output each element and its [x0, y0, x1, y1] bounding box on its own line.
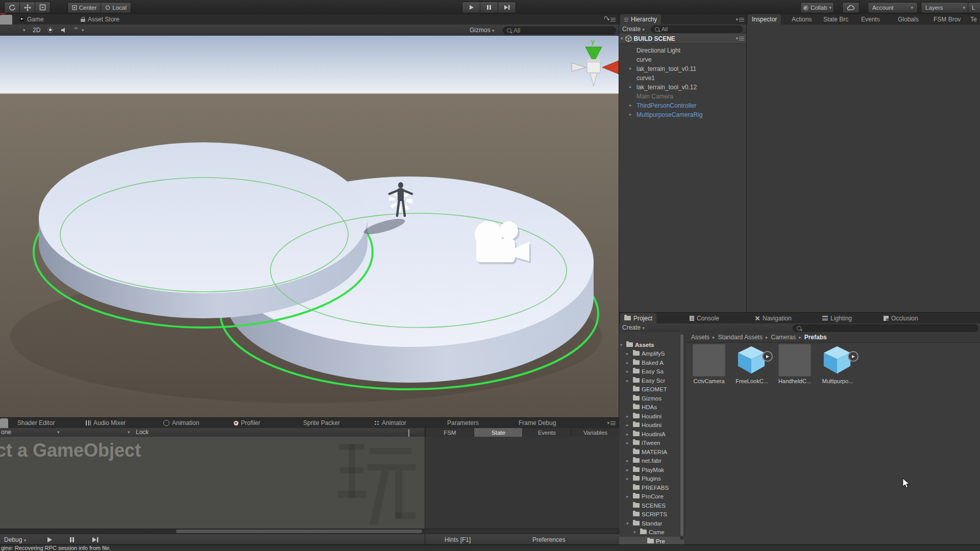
- tab-profiler[interactable]: Profiler: [230, 418, 264, 428]
- folder-row[interactable]: ▾Standar: [619, 519, 679, 528]
- breadcrumb-assets[interactable]: Assets: [691, 334, 709, 341]
- hierarchy-item[interactable]: ▸lak_terrain_tool_v0.11: [619, 64, 747, 73]
- tab-hierarchy[interactable]: Hierarchy: [620, 14, 661, 24]
- orientation-local-button[interactable]: Local: [101, 2, 131, 13]
- scene-tab-stub[interactable]: [0, 15, 12, 24]
- tab-project[interactable]: Project: [620, 313, 656, 323]
- tab-asset-store[interactable]: Asset Store: [77, 14, 124, 24]
- hints-button[interactable]: Hints [F1]: [445, 536, 471, 543]
- expand-arrow-icon[interactable]: ▸: [626, 494, 629, 499]
- project-search-input[interactable]: [793, 324, 978, 332]
- rect-tool-button[interactable]: [35, 2, 51, 13]
- tab-navigation[interactable]: Navigation: [751, 313, 796, 323]
- breadcrumb-standard-assets[interactable]: Standard Assets: [718, 334, 763, 341]
- hierarchy-item[interactable]: Directional Light: [619, 46, 747, 55]
- layout-button-partial[interactable]: L: [968, 2, 980, 13]
- scene-search-input[interactable]: All: [503, 27, 616, 34]
- tab-actions[interactable]: Actions: [788, 14, 816, 24]
- gizmos-dropdown[interactable]: Gizmos ▾: [470, 27, 495, 34]
- window-icon[interactable]: [408, 429, 409, 437]
- render-mode-caret-icon[interactable]: ▾: [23, 28, 26, 33]
- tab-templates-partial[interactable]: Te: [966, 14, 980, 24]
- hierarchy-item[interactable]: ▸lak_terrain_tool_v0.12: [619, 83, 747, 92]
- scene-expand-icon[interactable]: ▾: [621, 36, 623, 41]
- asset-cctvcamera[interactable]: CctvCamera: [689, 344, 729, 401]
- tab-variables[interactable]: Variables: [571, 428, 620, 437]
- collapse-arrow-icon[interactable]: ▾: [620, 342, 623, 347]
- bottom-tab-stub[interactable]: [0, 418, 8, 428]
- scene-header-menu-icon[interactable]: ▾: [736, 36, 744, 41]
- playmaker-canvas[interactable]: ct a GameObject: [0, 437, 425, 529]
- layers-button[interactable]: Layers ▾: [921, 2, 970, 13]
- fsm-selector-caret-icon[interactable]: ▾: [57, 430, 60, 435]
- lock-toggle[interactable]: Lock: [136, 429, 149, 436]
- tab-console[interactable]: Console: [685, 313, 723, 323]
- folder-row[interactable]: SCENES: [619, 501, 679, 510]
- expand-arrow-icon[interactable]: ▸: [629, 112, 632, 117]
- rotate-tool-button[interactable]: [4, 2, 20, 13]
- tree-scrollbar[interactable]: [680, 333, 684, 540]
- folder-row[interactable]: ▸HoudiniA: [619, 430, 679, 438]
- pivot-center-button[interactable]: Center: [67, 2, 101, 13]
- tab-state-browser[interactable]: State Brc: [819, 14, 852, 24]
- folder-row[interactable]: HDAs: [619, 403, 679, 411]
- breadcrumb-cameras[interactable]: Cameras: [771, 334, 796, 341]
- pause-button[interactable]: [480, 2, 498, 13]
- tab-inspector[interactable]: Inspector: [748, 14, 781, 24]
- asset-freelookcamera[interactable]: FreeLookC...: [732, 344, 772, 401]
- folder-row[interactable]: ▸net.fabr: [619, 456, 679, 465]
- tab-parameters[interactable]: Parameters: [443, 418, 483, 428]
- expand-arrow-icon[interactable]: ▸: [626, 467, 629, 472]
- fsm-selector-dropdown[interactable]: one: [1, 429, 11, 436]
- folder-row[interactable]: ▸iTween: [619, 438, 679, 447]
- tab-events[interactable]: Events: [857, 14, 884, 24]
- expand-arrow-icon[interactable]: ▸: [626, 414, 629, 419]
- debug-dropdown[interactable]: Debug ▾: [4, 536, 26, 543]
- tab-state[interactable]: State: [474, 428, 523, 437]
- breadcrumb-prefabs[interactable]: Prefabs: [804, 334, 827, 341]
- expand-arrow-icon[interactable]: ▸: [626, 458, 629, 463]
- expand-arrow-icon[interactable]: ▸: [629, 103, 632, 108]
- hierarchy-item[interactable]: Main Camera: [619, 92, 747, 101]
- step-button[interactable]: [498, 2, 516, 13]
- expand-arrow-icon[interactable]: ▸: [626, 432, 629, 437]
- folder-row[interactable]: MATERIA: [619, 447, 679, 456]
- hierarchy-item[interactable]: curve1: [619, 73, 747, 83]
- account-button[interactable]: Account ▾: [868, 2, 918, 13]
- folder-row[interactable]: ▸Easy Sa: [619, 367, 679, 375]
- expand-arrow-icon[interactable]: ▸: [629, 66, 632, 71]
- horizontal-scrollbar-thumb[interactable]: [176, 530, 422, 533]
- expand-arrow-icon[interactable]: ▸: [626, 369, 629, 374]
- pm-step-icon[interactable]: [92, 537, 99, 543]
- hierarchy-item[interactable]: ▸MultipurposeCameraRig: [619, 110, 747, 119]
- folder-row[interactable]: ▸AmplifyS: [619, 349, 679, 358]
- play-button[interactable]: [462, 2, 480, 13]
- hierarchy-item[interactable]: curve: [619, 55, 747, 64]
- pm-play-icon[interactable]: [47, 537, 53, 543]
- folder-row[interactable]: ▸PlayMak: [619, 465, 679, 474]
- scene-header-row[interactable]: ▾ BUILD SCENE ▾: [619, 34, 747, 44]
- hierarchy-panel-menu-icon[interactable]: ▾: [736, 17, 744, 22]
- asset-handheldcamera[interactable]: HandheldC...: [775, 344, 815, 401]
- tree-scrollbar-thumb[interactable]: [680, 334, 683, 536]
- expand-arrow-icon[interactable]: ▸: [626, 422, 629, 428]
- cloud-button[interactable]: [842, 2, 860, 13]
- tab-fsm-browser[interactable]: FSM Brov: [929, 14, 965, 24]
- preferences-button[interactable]: Preferences: [532, 536, 566, 543]
- tab-events[interactable]: Events: [522, 428, 571, 437]
- folder-row[interactable]: ▸Houdini: [619, 412, 679, 420]
- tab-frame-debug[interactable]: Frame Debug: [514, 418, 560, 428]
- hierarchy-item[interactable]: ▸ThirdPersonController: [619, 101, 747, 110]
- tab-lighting[interactable]: Lighting: [818, 313, 856, 323]
- tab-audio-mixer[interactable]: Audio Mixer: [82, 418, 130, 428]
- folder-row[interactable]: SCRIPTS: [619, 510, 679, 518]
- expand-arrow-icon[interactable]: ▸: [626, 351, 629, 356]
- expand-arrow-icon[interactable]: ▸: [626, 440, 629, 445]
- tab-shader-editor[interactable]: Shader Editor: [13, 418, 59, 428]
- folder-row[interactable]: GEOMET: [619, 385, 679, 393]
- expand-arrow-icon[interactable]: ▸: [629, 84, 632, 89]
- tab-animation[interactable]: Animation: [159, 418, 203, 428]
- folder-row[interactable]: ▾Assets: [619, 340, 679, 349]
- expand-arrow-icon[interactable]: ▸: [626, 378, 629, 383]
- state-selector-caret-icon[interactable]: ▾: [128, 430, 130, 435]
